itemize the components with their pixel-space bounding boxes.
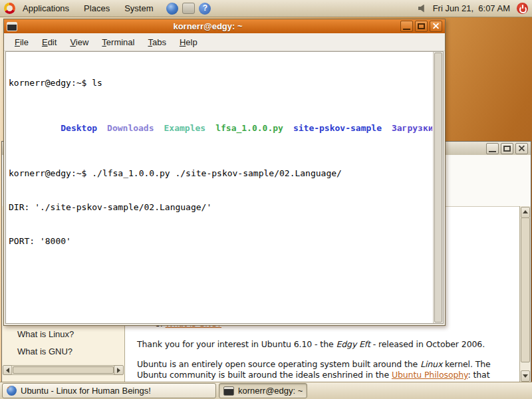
desktop: What is Linux? What is GNU? 8. What is G…	[0, 0, 532, 399]
sidebar-link-what-is-linux[interactable]: What is Linux?	[17, 329, 74, 339]
launcher-icon[interactable]	[182, 3, 195, 14]
maximize-button[interactable]	[501, 143, 513, 154]
scrollbar-thumb[interactable]	[434, 53, 442, 323]
scroll-up-button[interactable]	[521, 207, 530, 218]
terminal-title: kornerr@edgy: ~	[17, 21, 398, 31]
ls-entry-examples: Examples	[164, 123, 206, 133]
close-button[interactable]	[515, 143, 528, 154]
paragraph-text: : that	[467, 370, 489, 380]
scroll-right-button[interactable]	[114, 365, 124, 375]
paragraph-text: Ubuntu community is built around the ide…	[137, 370, 392, 380]
link-ubuntu-philosophy[interactable]: Ubuntu Philosophy	[392, 370, 468, 380]
terminal-prompt-line: kornerr@edgy:~$ ls	[9, 77, 431, 88]
terminal-ls-output-line: DesktopDownloadsExampleslfsa_1.0.0.pysit…	[9, 111, 431, 145]
ls-entry-desktop: Desktop	[61, 123, 97, 133]
terminal-titlebar[interactable]: kornerr@edgy: ~	[4, 19, 445, 33]
close-button[interactable]	[430, 21, 442, 32]
ls-entry-lfsa-script: lfsa_1.0.0.py	[215, 123, 283, 133]
terminal-icon	[7, 22, 17, 31]
scrollbar-track[interactable]	[11, 365, 115, 375]
ls-entry-downloads: Downloads	[107, 123, 154, 133]
top-panel: Applications Places System Fri Jun 21, 6…	[0, 0, 532, 17]
sidebar-horizontal-scrollbar[interactable]	[3, 365, 124, 375]
paragraph: Thank you for your interest in Ubuntu 6.…	[137, 339, 485, 350]
menu-file[interactable]: File	[8, 35, 35, 50]
minimize-button[interactable]	[486, 143, 499, 154]
menu-edit[interactable]: Edit	[35, 35, 63, 50]
clock[interactable]: Fri Jun 21, 6:07 AM	[433, 3, 510, 13]
sidebar-link-what-is-gnu[interactable]: What is GNU?	[17, 346, 72, 356]
terminal-output-line: PORT: '8000'	[9, 235, 431, 247]
maximize-button[interactable]	[415, 21, 428, 32]
terminal-output-line: DIR: './site-pskov-sample/02.Language/'	[9, 201, 431, 213]
paragraph-em: Linux	[420, 359, 442, 369]
ls-entry-zagruzki: Загрузки	[392, 123, 432, 133]
terminal-icon	[223, 386, 234, 396]
menu-applications[interactable]: Applications	[15, 0, 76, 17]
paragraph-text: Ubuntu is an entirely open source operat…	[137, 359, 420, 369]
terminal-window: kornerr@edgy: ~ File Edit View Terminal …	[3, 19, 446, 326]
paragraph: Ubuntu is an entirely open source operat…	[137, 359, 491, 380]
menu-view[interactable]: View	[63, 35, 95, 50]
power-icon[interactable]	[517, 3, 528, 14]
paragraph-text: Thank you for your interest in Ubuntu 6.…	[137, 339, 336, 349]
browser-vertical-scrollbar[interactable]	[519, 206, 531, 382]
taskbar: Ubuntu - Linux for Human Beings! kornerr…	[0, 382, 532, 399]
taskbar-button-label: Ubuntu - Linux for Human Beings!	[21, 386, 151, 396]
scroll-down-button[interactable]	[521, 370, 530, 382]
arrow-down-icon	[523, 374, 528, 378]
taskbar-button-terminal[interactable]: kornerr@edgy: ~	[219, 383, 307, 398]
menu-terminal[interactable]: Terminal	[95, 35, 141, 50]
firefox-icon	[7, 386, 17, 396]
help-launcher-icon[interactable]	[199, 3, 211, 15]
minimize-button[interactable]	[400, 21, 413, 32]
arrow-up-icon	[523, 210, 528, 213]
scrollbar-thumb[interactable]	[13, 366, 114, 374]
menu-system[interactable]: System	[117, 0, 160, 17]
taskbar-button-label: kornerr@edgy: ~	[238, 386, 303, 396]
menu-tabs[interactable]: Tabs	[141, 35, 172, 50]
ubuntu-logo-icon[interactable]	[4, 3, 15, 14]
menu-help[interactable]: Help	[173, 35, 204, 50]
arrow-left-icon	[6, 368, 9, 373]
terminal-text: kornerr@edgy:~$ ls DesktopDownloadsExamp…	[6, 52, 432, 323]
volume-icon[interactable]	[418, 5, 428, 13]
terminal-menubar: File Edit View Terminal Tabs Help	[4, 33, 445, 51]
ls-entry-site-pskov-sample: site-pskov-sample	[293, 123, 382, 133]
arrow-right-icon	[117, 368, 120, 373]
firefox-launcher-icon[interactable]	[166, 3, 178, 15]
paragraph-em: Edgy Eft	[336, 339, 370, 349]
paragraph-text: - released in October 2006.	[370, 339, 485, 349]
menu-places[interactable]: Places	[76, 0, 117, 17]
taskbar-button-firefox[interactable]: Ubuntu - Linux for Human Beings!	[2, 383, 216, 398]
terminal-screen[interactable]: kornerr@edgy:~$ ls DesktopDownloadsExamp…	[5, 51, 444, 324]
paragraph-text: kernel. The	[442, 359, 490, 369]
terminal-prompt-line: kornerr@edgy:~$ ./lfsa_1.0.0.py ./site-p…	[9, 168, 431, 179]
scrollbar-thumb[interactable]	[521, 217, 530, 362]
terminal-scrollbar[interactable]	[433, 52, 443, 323]
